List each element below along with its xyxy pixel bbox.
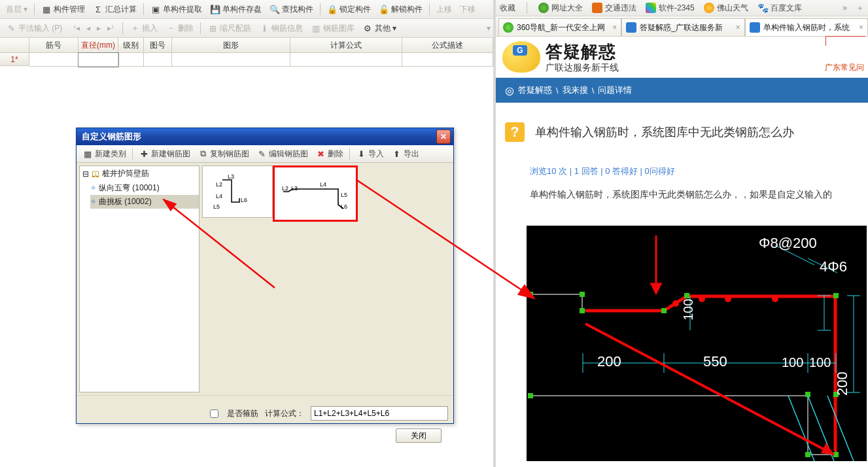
site-brand-bar: 答疑解惑 广联达服务新干线 广东常见问 <box>496 37 868 78</box>
sum-calc-button[interactable]: Σ汇总计算 <box>90 3 140 16</box>
dialog-close-button[interactable]: ✕ <box>436 130 451 144</box>
info-icon: ℹ <box>259 23 269 33</box>
single-extract-button[interactable]: ▣单构件提取 <box>147 3 205 16</box>
grid-row-1[interactable]: 1* <box>0 53 493 66</box>
svg-line-44 <box>827 396 854 461</box>
extract-icon: ▣ <box>150 4 161 14</box>
delete-figure-button[interactable]: ✖删除 <box>312 148 347 160</box>
col-rebar-no[interactable]: 筋号 <box>29 38 78 52</box>
new-figure-button[interactable]: ✚新建钢筋图 <box>135 148 194 160</box>
move-down-button[interactable]: 下移 <box>457 3 479 16</box>
bookmark-traffic[interactable]: 交通违法 <box>592 3 636 14</box>
col-shape[interactable]: 图形 <box>172 38 290 52</box>
unlock-icon: 🔓 <box>379 4 389 14</box>
shape-thumb-1[interactable]: L3 L2 L4 L5 L6 <box>202 165 273 218</box>
crumb-2[interactable]: 我来搜 <box>563 84 588 96</box>
svg-point-14 <box>772 296 778 302</box>
lock-button[interactable]: 🔒锁定构件 <box>324 3 374 16</box>
bookmark-favorites[interactable]: 收藏 <box>500 3 515 14</box>
svg-text:L2: L2 <box>282 185 288 192</box>
svg-point-11 <box>672 300 679 307</box>
dialog-toolbar: ▦新建类别 ✚新建钢筋图 ⧉复制钢筋图 ✎编辑钢筋图 ✖删除 ⬇导入 ⬆导出 <box>77 145 453 163</box>
formula-label: 计算公式： <box>265 408 304 419</box>
svg-point-13 <box>725 296 731 302</box>
svg-point-12 <box>699 296 705 302</box>
tab-question[interactable]: 单构件输入钢筋时，系统× <box>745 18 868 36</box>
tree-item-10002[interactable]: ✧曲挑板 (10002) <box>90 195 199 209</box>
shape-thumb-2-selected[interactable]: L2 L3 L4 L5 L6 <box>273 165 358 222</box>
cad-dim-100b: 100 <box>809 355 831 370</box>
delete-button[interactable]: －删除 <box>162 22 197 35</box>
toolbar-overflow-icon[interactable]: ▾ <box>487 24 491 33</box>
save-icon: 💾 <box>210 4 220 14</box>
col-formula[interactable]: 计算公式 <box>290 38 402 52</box>
other-dropdown[interactable]: ⚙其他 ▾ <box>359 22 400 35</box>
category-tree[interactable]: ⊟ 🕮 桩井护筒壁筋 ✧纵向五弯 (10001) ✧曲挑板 (10002) <box>79 165 200 392</box>
minus-icon: － <box>165 23 176 33</box>
tree-root-item[interactable]: ⊟ 🕮 桩井护筒壁筋 <box>80 166 199 181</box>
dialog-titlebar[interactable]: 自定义钢筋图形 ✕ <box>77 128 453 145</box>
brand-hot-link[interactable]: 广东常见问 <box>825 62 864 73</box>
glodon-icon <box>750 22 760 33</box>
bookmark-weather[interactable]: 佛山天气 <box>704 3 748 14</box>
export-button[interactable]: ⬆导出 <box>388 148 423 160</box>
tab-close-icon[interactable]: × <box>736 23 740 32</box>
crumb-3[interactable]: 问题详情 <box>598 84 632 96</box>
col-desc[interactable]: 公式描述 <box>402 38 493 52</box>
bookmark-2345[interactable]: 软件-2345 <box>646 3 695 14</box>
app-left-pane: 首层 ▾ ▦构件管理 Σ汇总计算 ▣单构件提取 💾单构件存盘 🔍查找构件 🔒锁定… <box>0 0 496 467</box>
unlock-button[interactable]: 🔓解锁构件 <box>375 3 426 16</box>
component-manage-button[interactable]: ▦构件管理 <box>38 3 88 16</box>
rebar-info-button[interactable]: ℹ钢筋信息 <box>256 22 306 35</box>
bookmark-overflow-icon[interactable]: » <box>842 3 847 12</box>
newfig-icon: ✚ <box>139 148 149 159</box>
crumb-1[interactable]: 答疑解惑 <box>518 84 552 96</box>
col-diameter[interactable]: 直径(mm) <box>78 38 118 52</box>
new-category-button[interactable]: ▦新建类别 <box>79 148 130 160</box>
main-toolbar-2: ✎平法输入 (P) ꜜ◂ ◂ ▸ ▸ꜜ ＋插入 －删除 ⊞缩尺配筋 ℹ钢筋信息 … <box>0 19 493 38</box>
tab-glodon-faq[interactable]: 答疑解惑_广联达服务新× <box>621 18 744 36</box>
question-stats: 浏览10 次 | 1 回答 | 0 答得好 | 0问得好 <box>530 165 859 177</box>
nav-first-icon[interactable]: ꜜ◂ <box>73 24 80 33</box>
dialog-close-footer-button[interactable]: 关闭 <box>396 428 442 443</box>
is-stirrup-checkbox[interactable] <box>210 409 218 418</box>
import-button[interactable]: ⬇导入 <box>353 148 387 160</box>
cad-drawing: Φ8@200 4Φ6 200 550 100 100 100 200 <box>527 226 867 461</box>
col-figure-no[interactable]: 图号 <box>144 38 172 52</box>
collapse-icon[interactable]: ⊟ <box>82 169 89 179</box>
svg-rect-17 <box>580 308 585 313</box>
edit-figure-button[interactable]: ✎编辑钢筋图 <box>253 148 311 160</box>
nav-next-icon[interactable]: ▸ <box>97 24 101 33</box>
scale-rebar-button[interactable]: ⊞缩尺配筋 <box>204 22 254 35</box>
nav-last-icon[interactable]: ▸ꜜ <box>107 24 114 33</box>
bookmark-add-icon[interactable]: ＋ <box>856 3 864 14</box>
rebar-library-button[interactable]: ▥钢筋图库 <box>307 22 358 35</box>
stat-views[interactable]: 浏览10 次 <box>530 166 567 176</box>
cad-dim-550: 550 <box>703 353 727 370</box>
stat-good-answer[interactable]: 0 答得好 <box>605 166 638 176</box>
stat-good-question[interactable]: 0问得好 <box>645 166 675 176</box>
layer-dropdown[interactable]: 首层 ▾ <box>3 3 31 16</box>
find-component-button[interactable]: 🔍查找构件 <box>266 3 317 16</box>
insert-button[interactable]: ＋插入 <box>126 22 161 35</box>
col-level[interactable]: 级别 <box>118 38 144 52</box>
edit-icon: ✎ <box>6 23 16 33</box>
bookmark-sites[interactable]: 网址大全 <box>538 3 583 14</box>
stat-answers[interactable]: 1 回答 <box>574 166 599 176</box>
flat-input-button[interactable]: ✎平法输入 (P) <box>3 22 65 35</box>
copy-figure-button[interactable]: ⧉复制钢筋图 <box>194 148 252 160</box>
svg-text:L5: L5 <box>213 203 220 210</box>
main-toolbar-1: 首层 ▾ ▦构件管理 Σ汇总计算 ▣单构件提取 💾单构件存盘 🔍查找构件 🔒锁定… <box>0 0 493 19</box>
tab-close-icon[interactable]: × <box>859 23 863 32</box>
tree-item-10001[interactable]: ✧纵向五弯 (10001) <box>90 181 199 195</box>
move-up-button[interactable]: 上移 <box>433 3 455 16</box>
bookmark-baidu-wenku[interactable]: 🐾百度文库 <box>757 3 802 14</box>
360-icon <box>503 22 513 33</box>
single-save-button[interactable]: 💾单构件存盘 <box>207 3 265 16</box>
tab-360nav[interactable]: 360导航_新一代安全上网× <box>498 18 621 36</box>
svg-rect-16 <box>580 292 585 297</box>
nav-prev-icon[interactable]: ◂ <box>86 24 90 33</box>
formula-input[interactable] <box>311 406 448 421</box>
brand-logo <box>502 41 540 73</box>
tab-close-icon[interactable]: × <box>612 23 617 32</box>
